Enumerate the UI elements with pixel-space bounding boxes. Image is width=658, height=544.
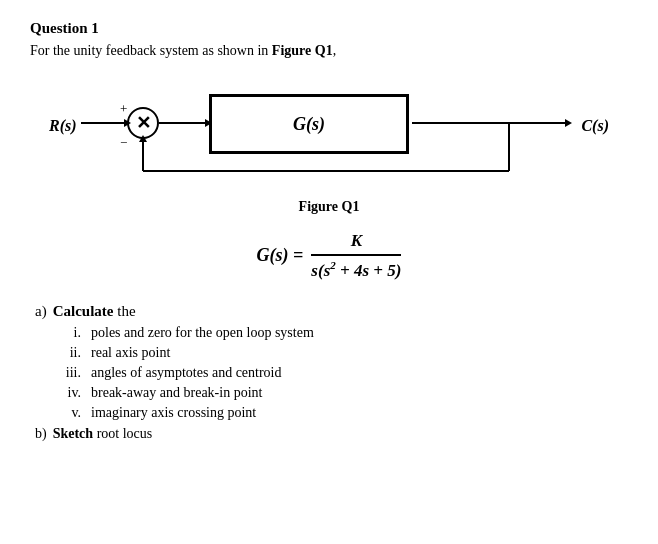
transfer-function: G(s) = K s(s2 + 4s + 5) (30, 231, 628, 281)
questions-section: a) Calculate the i. poles and zero for t… (35, 303, 628, 442)
sub-items-list: i. poles and zero for the open loop syst… (57, 325, 628, 421)
part-a-text: Calculate the (53, 303, 136, 320)
item-iii-text: angles of asymptotes and centroid (91, 365, 282, 381)
roman-iv: iv. (57, 385, 81, 401)
list-item: ii. real axis point (57, 345, 628, 361)
tf-lhs: G(s) = (257, 245, 304, 266)
tf-line (311, 254, 401, 256)
item-v-text: imaginary axis crossing point (91, 405, 256, 421)
gs-block: G(s) (209, 94, 409, 154)
list-item: iii. angles of asymptotes and centroid (57, 365, 628, 381)
tf-fraction: K s(s2 + 4s + 5) (311, 231, 401, 281)
tf-numerator: K (351, 231, 362, 253)
block-diagram: R(s) C(s) ✕ + − G(s) (49, 79, 609, 189)
label-rs: R(s) (49, 117, 77, 135)
list-item: v. imaginary axis crossing point (57, 405, 628, 421)
part-a-label: a) (35, 303, 47, 320)
minus-sign: − (120, 135, 127, 151)
intro-suffix: , (333, 43, 337, 58)
roman-i: i. (57, 325, 81, 341)
label-cs: C(s) (581, 117, 609, 135)
part-a: a) Calculate the (35, 303, 628, 320)
item-i-text: poles and zero for the open loop system (91, 325, 314, 341)
roman-ii: ii. (57, 345, 81, 361)
figure-caption: Figure Q1 (30, 199, 628, 215)
tf-denominator: s(s2 + 4s + 5) (311, 257, 401, 281)
plus-sign: + (120, 101, 127, 117)
summing-junction: ✕ (127, 107, 159, 139)
item-ii-text: real axis point (91, 345, 170, 361)
question-title: Question 1 (30, 20, 628, 37)
roman-v: v. (57, 405, 81, 421)
item-iv-text: break-away and break-in point (91, 385, 262, 401)
intro-bold: Figure Q1 (272, 43, 333, 58)
part-b-label: b) (35, 426, 47, 442)
part-b: b) Sketch root locus (35, 426, 628, 442)
roman-iii: iii. (57, 365, 81, 381)
intro-prefix: For the unity feedback system as shown i… (30, 43, 272, 58)
list-item: iv. break-away and break-in point (57, 385, 628, 401)
gs-label: G(s) (293, 114, 325, 135)
part-b-text: Sketch root locus (53, 426, 153, 442)
intro-text: For the unity feedback system as shown i… (30, 43, 628, 59)
sum-x-icon: ✕ (136, 114, 151, 132)
svg-marker-5 (565, 119, 572, 127)
list-item: i. poles and zero for the open loop syst… (57, 325, 628, 341)
